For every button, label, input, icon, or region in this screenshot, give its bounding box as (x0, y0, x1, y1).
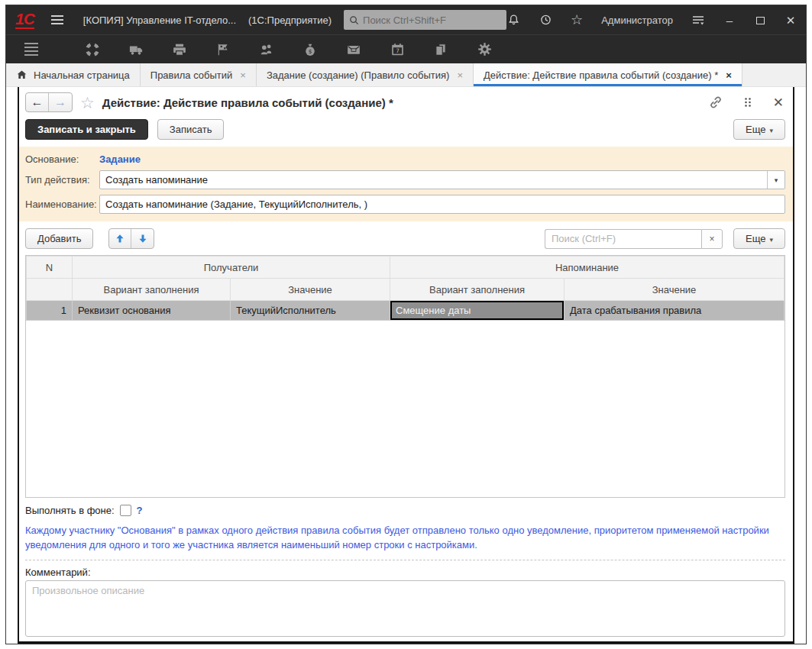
users-icon[interactable] (258, 41, 275, 58)
tab-label: Правила событий (150, 69, 233, 81)
add-to-favorites-icon[interactable]: ☆ (80, 95, 95, 111)
calendar-icon[interactable]: 7 (389, 41, 406, 58)
tab-close-icon[interactable]: × (457, 69, 463, 81)
grid-search-input[interactable] (545, 229, 701, 249)
comment-textarea[interactable] (25, 580, 785, 637)
col-header-value: Значение (231, 279, 390, 301)
gear-icon[interactable] (476, 41, 493, 58)
history-icon[interactable] (539, 13, 552, 27)
comment-label: Комментарий: (19, 560, 793, 580)
run-in-background-checkbox[interactable] (120, 505, 131, 516)
cell-recipients-variant[interactable]: Реквизит основания (73, 301, 231, 321)
form-command-bar: Записать и закрыть Записать Еще▾ (19, 117, 793, 147)
service-menu-icon[interactable] (691, 13, 705, 27)
nav-back-button[interactable]: ← (26, 93, 49, 111)
col-group-reminder: Напоминание (390, 257, 785, 279)
cell-row-number[interactable]: 1 (27, 301, 73, 321)
base-value-link[interactable]: Задание (99, 153, 141, 165)
col-header-fill-variant: Вариант заполнения (73, 279, 231, 301)
base-label: Основание: (25, 153, 99, 165)
recipients-grid: N Получатели Напоминание Вариант заполне… (25, 255, 785, 498)
tab-home[interactable]: Начальная страница (6, 63, 141, 86)
open-windows-tabbar: Начальная страница Правила событий × Зад… (6, 63, 806, 87)
form-header: ← → ☆ Действие: Действие правила событий… (19, 87, 793, 117)
svg-text:$: $ (309, 47, 312, 54)
tab-close-icon[interactable]: × (726, 69, 732, 81)
mail-icon[interactable] (345, 41, 362, 58)
tab-label: Задание (создание) (Правило события) (267, 69, 449, 81)
action-type-combo: ▾ (99, 170, 785, 189)
save-and-close-button[interactable]: Записать и закрыть (25, 119, 148, 140)
add-row-button[interactable]: Добавить (25, 228, 93, 249)
grid-more-button[interactable]: Еще▾ (733, 228, 785, 249)
grid-toolbar: Добавить × Еще▾ (19, 221, 793, 255)
money-bag-icon[interactable]: $ (302, 41, 319, 58)
arrow-down-icon (137, 233, 148, 244)
arrow-up-icon (115, 233, 125, 244)
chevron-down-icon: ▾ (775, 176, 778, 184)
get-link-icon[interactable] (709, 95, 723, 109)
truck-icon[interactable] (128, 41, 144, 58)
clear-search-button[interactable]: × (701, 229, 723, 249)
global-search-input[interactable] (363, 15, 502, 26)
1c-logo-icon: 1С (15, 11, 34, 29)
save-button[interactable]: Записать (157, 119, 225, 140)
finish-flags-icon[interactable] (215, 41, 231, 58)
move-row-up-button[interactable] (109, 229, 131, 248)
form-close-icon[interactable]: ✕ (773, 96, 784, 109)
notifications-bell-icon[interactable] (506, 13, 520, 27)
tab-action-create[interactable]: Действие: Действие правила событий (созд… (474, 63, 742, 86)
move-row-down-button[interactable] (131, 229, 154, 248)
help-question-link[interactable]: ? (137, 505, 143, 516)
tab-close-icon[interactable]: × (240, 69, 246, 81)
main-menu-icon[interactable] (51, 15, 63, 24)
platform-label: (1С:Предприятие) (248, 15, 332, 26)
action-form: ← → ☆ Действие: Действие правила событий… (18, 87, 794, 644)
action-type-label: Тип действия: (25, 174, 99, 186)
recipients-table: N Получатели Напоминание Вариант заполне… (26, 256, 785, 321)
search-icon (348, 15, 360, 26)
nav-forward-button[interactable]: → (49, 93, 72, 111)
grid-empty-area[interactable] (26, 321, 785, 497)
notification-hint-text: Каждому участнику "Основания" в рамках о… (19, 516, 793, 553)
col-header-fill-variant: Вариант заполнения (390, 279, 565, 301)
current-user-label[interactable]: Администратор (601, 15, 673, 26)
cell-reminder-value[interactable]: Дата срабатывания правила (565, 301, 785, 321)
svg-text:7: 7 (396, 47, 400, 54)
run-in-background-label: Выполнять в фоне: (25, 505, 115, 516)
home-icon (16, 69, 27, 80)
cell-reminder-variant-active[interactable]: Смещение даты (390, 301, 565, 321)
cell-recipients-value[interactable]: ТекущийИсполнитель (231, 301, 390, 321)
documents-icon[interactable] (432, 41, 449, 58)
favorites-star-icon[interactable]: ☆ (571, 13, 583, 27)
tab-task-create[interactable]: Задание (создание) (Правило события) × (257, 63, 474, 86)
tab-event-rules[interactable]: Правила событий × (141, 63, 257, 86)
col-header-n-spacer (27, 279, 73, 301)
name-label: Наименование: (25, 199, 99, 210)
life-ring-icon[interactable] (84, 41, 101, 58)
action-type-input[interactable] (100, 171, 767, 189)
title-bar: 1С [КОПИЯ] Управление IT-отдело... (1С:П… (6, 5, 806, 34)
app-window: 1С [КОПИЯ] Управление IT-отдело... (1С:П… (5, 5, 807, 644)
form-title: Действие: Действие правила событий (созд… (102, 96, 393, 109)
chevron-down-icon: ▾ (769, 127, 773, 134)
maximize-button[interactable] (754, 15, 766, 26)
form-fields-panel: Основание: Задание Тип действия: ▾ Наиме… (19, 147, 793, 221)
global-search-box[interactable] (344, 10, 506, 30)
run-in-background-row: Выполнять в фоне: ? (19, 498, 793, 516)
close-window-button[interactable]: ✕ (785, 15, 797, 26)
tab-label: Начальная страница (34, 69, 130, 81)
sections-menu-icon[interactable] (24, 43, 38, 56)
name-input[interactable] (99, 195, 785, 214)
col-header-value: Значение (565, 279, 785, 301)
printer-icon[interactable] (171, 41, 188, 58)
form-more-button[interactable]: Еще▾ (733, 119, 785, 140)
col-header-n: N (27, 257, 73, 279)
workspace: ← → ☆ Действие: Действие правила событий… (6, 87, 806, 644)
window-title: [КОПИЯ] Управление IT-отдело... (83, 15, 236, 26)
tab-label: Действие: Действие правила событий (созд… (484, 69, 718, 81)
minimize-button[interactable]: – (723, 15, 736, 26)
grid-search-box: × (545, 229, 723, 249)
action-type-dropdown-button[interactable]: ▾ (767, 171, 785, 189)
form-more-icon[interactable] (741, 95, 755, 109)
